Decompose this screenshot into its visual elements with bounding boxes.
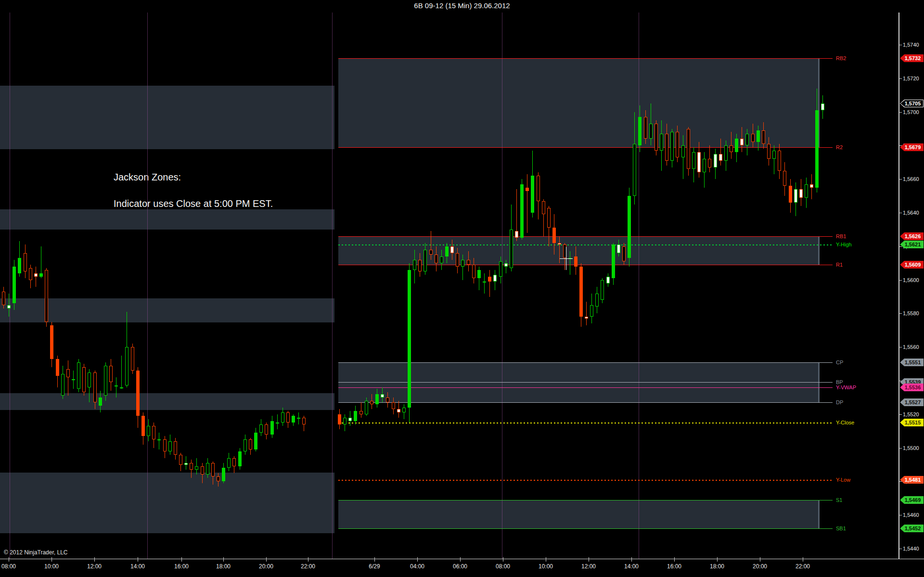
time-tick-dash [460, 557, 461, 562]
candle-body [168, 441, 172, 451]
price-tick-label: 1,5520 [903, 411, 919, 417]
pivot-zone-band-previous [0, 86, 334, 149]
candle-body [131, 347, 134, 371]
window-titlebar[interactable]: 6B 09-12 (15 Min) 29.06.2012 [0, 0, 924, 13]
candle-body [82, 367, 86, 392]
candle-body [66, 369, 70, 377]
price-tick-dash [899, 179, 902, 180]
candle-body [370, 401, 373, 404]
price-tick-dash [899, 515, 902, 515]
candle-body [45, 270, 48, 322]
candle-body [783, 171, 786, 186]
price-tick-dash [899, 549, 902, 549]
candle-body [520, 184, 524, 238]
time-tick-label: 20:00 [259, 563, 273, 570]
candle-body [244, 439, 247, 451]
time-tick-dash [223, 557, 224, 562]
time-tick-dash [138, 557, 138, 562]
time-axis[interactable]: 08:0010:0012:0014:0016:0018:0020:0022:00… [0, 559, 924, 577]
candle-wick [506, 260, 506, 273]
candle-body [510, 230, 513, 268]
candle-body [413, 260, 416, 270]
price-tick-label: 1,5500 [903, 445, 919, 451]
time-tick-label: 14:00 [130, 563, 145, 570]
time-tick-dash [631, 557, 632, 562]
candle-wick [489, 270, 490, 297]
candle-body [99, 397, 102, 406]
level-line-CP [338, 362, 833, 363]
level-line-BP [338, 382, 833, 383]
price-axis[interactable]: 1,57401,57201,57001,56801,56601,56401,56… [898, 13, 924, 559]
candle-body [724, 145, 728, 161]
candle-wick [431, 231, 431, 260]
candle-body [547, 208, 551, 228]
price-tag-last: 1,5705 [900, 100, 923, 107]
candle-body [418, 260, 422, 271]
candle-body [810, 184, 813, 188]
candle-body [751, 134, 755, 142]
candle-body [402, 408, 406, 412]
candle-body [472, 265, 475, 278]
time-tick-dash [308, 557, 308, 562]
candle-body [676, 132, 679, 157]
candle-body [174, 441, 177, 455]
level-label-RB2: RB2 [836, 55, 846, 61]
time-tick-label: 08:00 [1, 563, 16, 570]
level-line-SB1 [338, 528, 833, 529]
price-tick-dash [899, 313, 902, 314]
price-tag-CP: 1,5551 [900, 359, 924, 366]
chart-title: 6B 09-12 (15 Min) 29.06.2012 [0, 1, 924, 10]
candle-body [375, 394, 379, 404]
candle-body [660, 134, 663, 151]
candle-body [815, 110, 819, 188]
candle-body [249, 439, 252, 449]
chart-plot-area[interactable]: Jackson Zones: Indicator uses Close at 5… [0, 13, 898, 559]
candle-body [152, 426, 155, 439]
candle-body [381, 394, 384, 397]
candle-body [461, 260, 464, 267]
candle-body [141, 416, 145, 436]
candle-body [612, 244, 615, 278]
price-tag-R2: 1,5679 [900, 143, 924, 151]
price-tick-label: 1,5580 [903, 310, 919, 316]
candle-body [821, 103, 824, 110]
candle-wick [361, 402, 361, 418]
candle-body [504, 263, 508, 267]
candle-body [56, 359, 59, 376]
candle-body [343, 418, 346, 424]
candle-body [24, 253, 27, 271]
pivot-zone-band-previous [0, 298, 334, 322]
time-tick-dash [546, 557, 546, 562]
candle-body [805, 184, 808, 198]
pivot-zone-band-previous [0, 209, 334, 230]
candle-wick [159, 433, 159, 449]
candle-body [714, 154, 717, 167]
candle-wick [36, 267, 36, 287]
candle-body [681, 145, 685, 157]
pivot-zone-band-S1-SB1 [338, 500, 820, 528]
price-tick-dash [899, 112, 902, 113]
level-label-DP: DP [836, 399, 843, 405]
candle-body [276, 423, 279, 423]
level-label-Y-Low: Y-Low [836, 477, 850, 483]
candle-body [232, 458, 236, 466]
time-tick-dash [51, 557, 52, 562]
level-label-Y-High: Y-High [836, 242, 852, 247]
candle-body [537, 176, 540, 201]
candle-body [201, 466, 204, 474]
candle-wick [68, 360, 68, 396]
price-tick-label: 1,5740 [903, 42, 919, 48]
candle-body [286, 412, 290, 423]
candle-wick [484, 273, 485, 294]
candle-body [93, 372, 97, 402]
candle-body [794, 189, 797, 203]
candle-body [483, 282, 486, 282]
time-tick-label: 16:00 [174, 563, 189, 570]
candle-body [136, 371, 140, 416]
time-tick-dash [717, 557, 718, 562]
level-label-S1: S1 [836, 497, 842, 503]
copyright-text: © 2012 NinjaTrader, LLC [4, 549, 67, 556]
candle-body [456, 253, 459, 267]
price-tag-S1: 1,5469 [900, 496, 924, 504]
time-tick-label: 14:00 [624, 563, 639, 570]
